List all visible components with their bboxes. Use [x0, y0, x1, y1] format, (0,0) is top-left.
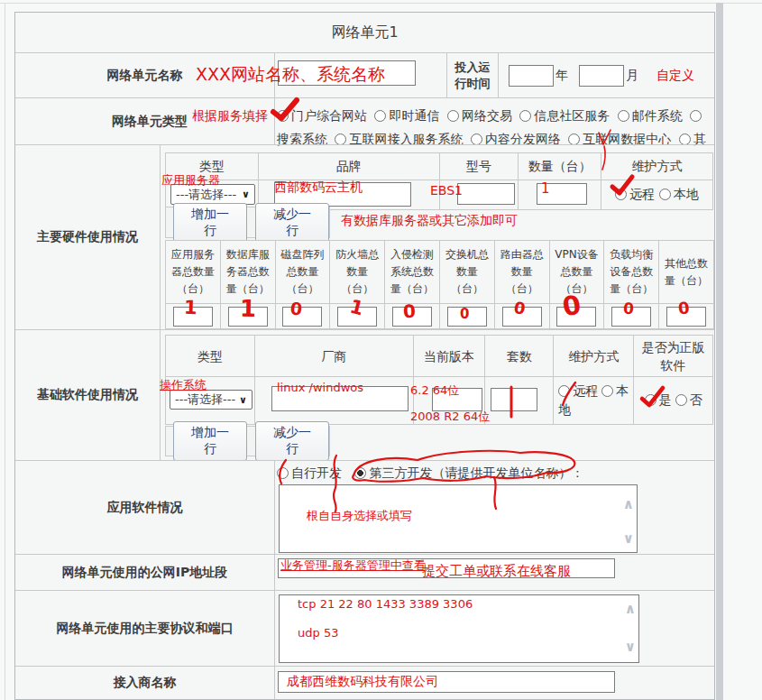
type-option-label: 信息社区服务 [534, 108, 610, 123]
unit-name-label: 网络单元名称 [15, 53, 275, 97]
radio-icon[interactable] [675, 394, 687, 406]
count-col-switch: 交换机总数量（台） [440, 241, 495, 303]
appsoft-row: 应用软件情况 自行开发 第三方开发（请提供开发单位名称）： ∧ ∨ [15, 460, 714, 554]
public-ip-input[interactable] [278, 558, 615, 578]
hw-qty-input[interactable] [537, 183, 587, 205]
type-option-community[interactable]: 信息社区服务 [519, 108, 610, 123]
isp-content [275, 667, 714, 699]
hw-remove-row-button[interactable]: 减少一行 [255, 203, 329, 243]
sw-col-vendor: 厂商 [255, 336, 414, 376]
public-ip-content [275, 555, 714, 590]
scroll-down-icon[interactable]: ∨ [623, 532, 634, 546]
software-row-buttons: 增加一行 减少一行 [165, 426, 330, 456]
sw-genuine-no-option[interactable]: 否 [675, 392, 702, 409]
form-title-row: 网络单元1 [15, 13, 714, 52]
type-option-trade[interactable]: 网络交易 [447, 108, 512, 123]
runtime-month-input[interactable] [579, 65, 624, 87]
radio-icon[interactable] [374, 110, 386, 122]
runtime-year-input[interactable] [509, 65, 554, 87]
unit-name-cell [275, 53, 447, 97]
radio-icon[interactable] [601, 385, 613, 397]
hardware-content: 类型 品牌 型号 数量（台） 维护方式 ---请选择--- ∨ [161, 145, 714, 329]
month-suffix: 月 [626, 68, 638, 84]
third-party-develop-label: 第三方开发（请提供开发单位名称）： [369, 465, 583, 480]
sw-maintain-cell: 远程本地 [558, 382, 629, 419]
count-input-ids[interactable] [392, 307, 432, 327]
hw-local-option[interactable]: 本地 [659, 187, 699, 203]
radio-icon[interactable] [277, 467, 289, 479]
scroll-up-icon[interactable]: ∧ [623, 498, 634, 511]
count-col-firewall: 防火墙总数量（台） [330, 241, 385, 303]
radio-icon[interactable] [447, 110, 459, 122]
hw-col-type: 类型 [166, 153, 259, 180]
sw-genuine-yes-label: 是 [659, 392, 672, 407]
count-input-other[interactable] [666, 307, 706, 327]
sw-add-row-button[interactable]: 增加一行 [173, 421, 247, 461]
sw-type-select[interactable]: ---请选择--- ∨ [170, 390, 252, 410]
self-develop-label: 自行开发 [291, 465, 342, 480]
runtime-label: 投入运行时间 [447, 53, 499, 97]
count-input-vpn[interactable] [556, 307, 596, 327]
frame-left-border [5, 3, 5, 700]
radio-icon[interactable] [659, 189, 671, 200]
custom-link[interactable]: 自定义 [656, 68, 694, 84]
frame-top-border [0, 3, 762, 4]
software-label: 基础软件使用情况 [15, 330, 161, 460]
scroll-down-icon[interactable]: ∨ [625, 640, 636, 654]
public-ip-row: 网络单元使用的公网IP地址段 [15, 554, 714, 590]
self-develop-option[interactable]: 自行开发 [277, 465, 342, 480]
type-option-label: 邮件系统 [632, 108, 683, 123]
type-option-mail[interactable]: 邮件系统 [618, 108, 683, 123]
count-input-dbserver[interactable] [228, 307, 268, 327]
count-col-appserver: 应用服务器总数量（台） [166, 241, 221, 303]
sw-remote-label: 远程 [573, 383, 598, 398]
appsoft-dev-radios: 自行开发 第三方开发（请提供开发单位名称）： [277, 465, 583, 482]
protocol-textarea[interactable]: ∧ ∨ [279, 594, 639, 663]
sw-sets-input[interactable] [491, 388, 537, 411]
count-input-router[interactable] [502, 307, 542, 327]
type-option-portal[interactable]: 门户综合网站 [277, 108, 367, 123]
hw-col-qty: 数量（台） [519, 153, 601, 180]
sw-genuine-yes-option[interactable]: 是 [645, 392, 672, 409]
count-col-vpn: VPN设备总数量（台） [550, 241, 605, 303]
isp-input[interactable] [278, 671, 615, 693]
count-input-diskarray[interactable] [282, 307, 322, 327]
radio-icon[interactable] [277, 110, 289, 122]
radio-icon[interactable] [615, 189, 627, 200]
sw-vendor-input[interactable] [271, 386, 409, 411]
isp-label: 接入商名称 [15, 667, 275, 699]
radio-icon[interactable] [645, 394, 656, 406]
count-input-loadbalance[interactable] [611, 307, 651, 327]
isp-row: 接入商名称 [15, 666, 714, 699]
radio-icon[interactable] [558, 385, 570, 397]
appsoft-textarea[interactable]: ∧ ∨ [279, 484, 638, 553]
hw-remote-option[interactable]: 远程 [615, 187, 655, 203]
year-suffix: 年 [555, 68, 568, 84]
type-option-im[interactable]: 即时通信 [374, 108, 439, 123]
icp-network-unit-form-page: 网络单元1 网络单元名称 投入运行时间 年 月 自定义 网络单元类型 门户综合网… [0, 0, 762, 700]
sw-version-input[interactable] [432, 388, 482, 411]
sw-remove-row-button[interactable]: 减少一行 [255, 421, 329, 461]
count-input-firewall[interactable] [337, 307, 377, 327]
hardware-row-buttons: 增加一行 减少一行 [165, 207, 330, 238]
count-input-appserver[interactable] [173, 307, 213, 327]
count-input-switch[interactable] [447, 307, 487, 327]
radio-selected-icon[interactable] [354, 467, 366, 479]
scroll-up-icon[interactable]: ∧ [625, 603, 636, 616]
count-col-dbserver: 数据库服务器总数量（台） [221, 241, 276, 303]
count-col-ids: 入侵检测系统总数量（台） [385, 241, 440, 303]
sw-col-maintain: 维护方式 [554, 336, 634, 376]
radio-icon[interactable] [690, 110, 702, 122]
vertical-scrollbar[interactable] [716, 3, 723, 700]
radio-icon[interactable] [519, 110, 531, 122]
appsoft-label: 应用软件情况 [15, 461, 275, 554]
hw-maintain-cell: 远程 本地 [601, 180, 712, 209]
radio-icon[interactable] [618, 110, 629, 122]
hw-type-select[interactable]: ---请选择--- ∨ [170, 184, 255, 205]
unit-name-input[interactable] [278, 60, 416, 86]
third-party-develop-option[interactable]: 第三方开发（请提供开发单位名称）： [354, 465, 583, 480]
software-content: 类型 厂商 当前版本 套数 维护方式 是否为正版软件 ---请选择--- ∨ [161, 330, 714, 460]
hw-model-input[interactable] [457, 183, 515, 205]
hw-add-row-button[interactable]: 增加一行 [173, 203, 247, 243]
network-unit-form: 网络单元1 网络单元名称 投入运行时间 年 月 自定义 网络单元类型 门户综合网… [14, 12, 715, 700]
